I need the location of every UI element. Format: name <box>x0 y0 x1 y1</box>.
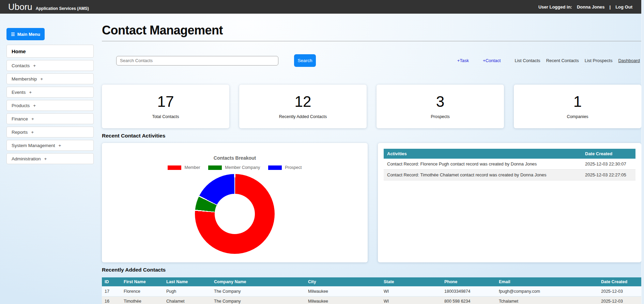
cell-first-name: Florence <box>121 287 164 296</box>
sidebar-item-label: Finance <box>12 116 28 121</box>
cell-email: fpugh@company.com <box>496 287 598 296</box>
stat-card-companies: 1 Companies <box>514 85 641 128</box>
expand-plus-icon: + <box>29 90 32 95</box>
stat-card-recently-added: 12 Recently Added Contacts <box>239 85 367 128</box>
user-session-area: User Logged in: Donna Jones | Log Out <box>538 4 632 10</box>
app-subtitle: Application Services (AMS) <box>36 6 89 11</box>
list-contacts-link[interactable]: List Contacts <box>515 58 540 63</box>
page-title: Contact Management <box>102 23 641 38</box>
search-button[interactable]: Search <box>294 54 316 67</box>
sidebar-item-membership[interactable]: Membership + <box>6 73 94 84</box>
legend-label: Member <box>184 165 200 170</box>
cell-state: WI <box>381 287 442 296</box>
cell-phone: 18003349874 <box>442 287 496 296</box>
cell-state: WI <box>381 296 442 304</box>
activities-table: Activities Date Created Contact Record: … <box>384 149 635 180</box>
legend-swatch <box>268 165 282 170</box>
search-input[interactable] <box>116 56 278 66</box>
table-row: Contact Record: Florence Pugh contact re… <box>384 159 635 170</box>
stat-card-total-contacts: 17 Total Contacts <box>102 85 229 128</box>
column-header-city: City <box>305 277 381 286</box>
legend-label: Member Company <box>225 165 260 170</box>
user-logged-in-label: User Logged in: <box>538 4 572 10</box>
expand-plus-icon: + <box>44 156 47 161</box>
donut-chart[interactable] <box>195 174 275 254</box>
sidebar-menu: Home Contacts + Membership + Events + Pr… <box>6 45 94 164</box>
legend-label: Prospect <box>285 165 302 170</box>
hamburger-icon: ☰ <box>11 32 15 37</box>
separator: | <box>610 4 611 10</box>
main-menu-button[interactable]: ☰ Main Menu <box>6 28 45 40</box>
column-header-email: Email <box>496 277 598 286</box>
column-header-phone: Phone <box>442 277 496 286</box>
cell-email: Tchalamet <box>496 296 598 304</box>
column-header-last-name: Last Name <box>164 277 211 286</box>
stat-value: 12 <box>295 94 311 109</box>
activity-text: Contact Record: Timothée Chalamet contac… <box>384 170 582 180</box>
cell-phone: 800 598 6234 <box>442 296 496 304</box>
chart-legend: Member Member Company Prospect <box>168 165 302 170</box>
sidebar-item-finance[interactable]: Finance + <box>6 113 94 124</box>
activity-text: Contact Record: Florence Pugh contact re… <box>384 159 582 170</box>
expand-plus-icon: + <box>40 76 43 82</box>
legend-swatch <box>208 165 222 170</box>
legend-item-member-company[interactable]: Member Company <box>208 165 260 170</box>
expand-plus-icon: + <box>31 130 34 135</box>
cell-city: Milwaukee <box>305 287 381 296</box>
sidebar-item-label: Home <box>12 48 26 54</box>
toolbar: Search +Task +Contact List Contacts Rece… <box>102 54 641 67</box>
table-row: 16 Timothée Chalamet The Company Milwauk… <box>102 296 641 304</box>
list-prospects-link[interactable]: List Prospects <box>585 58 613 63</box>
legend-item-member[interactable]: Member <box>168 165 200 170</box>
sidebar-item-contacts[interactable]: Contacts + <box>6 60 94 71</box>
expand-plus-icon: + <box>33 63 36 68</box>
sidebar-item-label: Reports <box>12 130 28 135</box>
activities-card: Activities Date Created Contact Record: … <box>378 143 641 262</box>
stat-value: 1 <box>573 94 582 109</box>
cell-date-created: 2025-12-03 <box>598 296 641 304</box>
stat-label: Recently Added Contacts <box>279 114 327 119</box>
activities-column-header: Activities <box>384 149 582 159</box>
activity-date: 2025-12-03 22:27:05 <box>582 170 635 180</box>
sidebar-item-label: Administration <box>12 156 41 161</box>
legend-item-prospect[interactable]: Prospect <box>268 165 302 170</box>
dashboard-link[interactable]: Dashboard <box>618 58 640 63</box>
cell-company-name: The Company <box>211 296 305 304</box>
log-out-link[interactable]: Log Out <box>615 4 632 10</box>
section-title-recent-contacts: Recently Added Contacts <box>102 267 641 273</box>
cell-id: 16 <box>102 296 121 304</box>
expand-plus-icon: + <box>31 116 34 121</box>
cell-company-name: The Company <box>211 287 305 296</box>
stat-value: 17 <box>157 94 174 109</box>
table-row: Contact Record: Timothée Chalamet contac… <box>384 170 635 180</box>
sidebar-item-system-management[interactable]: System Management + <box>6 140 94 151</box>
date-created-column-header: Date Created <box>582 149 635 159</box>
sidebar-item-label: Products <box>12 103 30 108</box>
add-task-link[interactable]: +Task <box>457 58 469 63</box>
column-header-company-name: Company Name <box>211 277 305 286</box>
recent-contacts-link[interactable]: Recent Contacts <box>546 58 579 63</box>
activity-date: 2025-12-03 22:30:07 <box>582 159 635 170</box>
stat-label: Prospects <box>431 114 450 119</box>
sidebar-item-events[interactable]: Events + <box>6 87 94 98</box>
scrollbar-track[interactable] <box>641 0 644 304</box>
stat-label: Companies <box>567 114 588 119</box>
stat-label: Total Contacts <box>152 114 179 119</box>
expand-plus-icon: + <box>59 143 61 148</box>
title-divider <box>102 41 641 41</box>
add-contact-link[interactable]: +Contact <box>483 58 501 63</box>
app-logo: Uboru <box>8 2 32 11</box>
stat-value: 3 <box>436 94 444 109</box>
user-name: Donna Jones <box>577 4 605 10</box>
sidebar-item-home[interactable]: Home <box>6 45 94 58</box>
sidebar-item-administration[interactable]: Administration + <box>6 153 94 164</box>
main-menu-label: Main Menu <box>17 32 40 37</box>
sidebar-item-products[interactable]: Products + <box>6 100 94 111</box>
cell-date-created: 2025-12-03 <box>598 287 641 296</box>
column-header-id: ID <box>102 277 121 286</box>
sidebar-item-label: Membership <box>12 76 37 82</box>
sidebar-item-reports[interactable]: Reports + <box>6 127 94 137</box>
expand-plus-icon: + <box>33 103 36 108</box>
chart-title: Contacts Breakout <box>214 155 256 161</box>
dashboard-panels: Contacts Breakout Member Member Company … <box>102 143 641 262</box>
